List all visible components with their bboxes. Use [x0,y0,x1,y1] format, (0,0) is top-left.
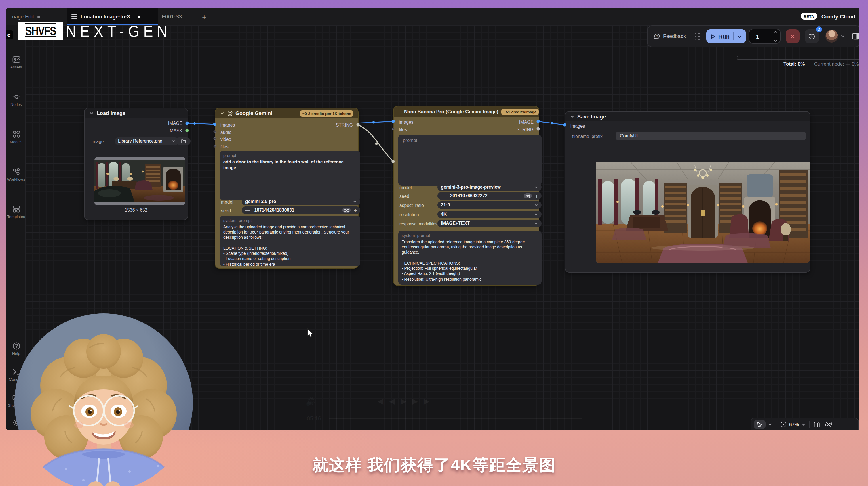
seed-decrement[interactable]: — [441,193,445,198]
model-select[interactable]: gemini-3-pro-image-preview [437,184,541,191]
filename-prefix-input[interactable]: ComfyUI [616,132,806,140]
screen: nage Edit Location Image-to-3... E001-S3… [0,0,868,486]
panorama-result-image[interactable] [596,162,810,263]
aspect-ratio-label: aspect_ratio [400,203,424,208]
seed-decrement[interactable]: — [245,207,250,213]
tool-options-chevron-icon[interactable] [768,422,772,427]
feedback-bubble-icon: ? [654,33,660,39]
cancel-run-button[interactable]: ✕ [786,29,799,43]
chevron-down-icon [534,203,538,207]
resolution-select[interactable]: 4K [437,210,541,218]
comfyui-logo[interactable]: c [6,31,13,39]
assets-icon [12,55,21,64]
tab-label: nage Edit [12,14,34,20]
feedback-button[interactable]: ? Feedback [654,33,686,39]
input-images-label: images [570,124,585,129]
input-files-label: files [399,127,407,132]
workflow-menu-icon[interactable] [71,14,77,19]
input-audio-label: audio [220,130,231,135]
prompt-textarea[interactable]: prompt add a door to the library in the … [220,151,360,200]
open-file-button[interactable] [176,137,190,145]
model-label: model [221,200,234,205]
seed-increment[interactable]: + [535,193,538,199]
history-button[interactable]: 2 [805,29,819,43]
count-steppers[interactable] [774,31,778,42]
system-prompt-textarea[interactable]: system_prompt Transform the uploaded ref… [398,231,541,285]
node-load-image[interactable]: Load Image IMAGE MASK image Library Refe… [84,107,188,220]
model-select[interactable]: gemini-2.5-pro [242,198,360,205]
account-chevron-icon[interactable] [841,34,845,38]
credits-badge: ~0-2 credits per 1K tokens [300,110,353,117]
history-clock-icon [808,32,816,40]
drag-handle-icon[interactable] [695,33,700,40]
panel-toggle-icon[interactable] [852,33,859,40]
sidebar-item-assets[interactable]: Assets [6,55,33,69]
workflows-icon [12,167,21,176]
seed-label: seed [400,194,409,199]
ghost-progress-bar [329,418,582,419]
seed-input[interactable]: — 1071442641830031 + [242,206,360,214]
cursor-tool-icon [757,421,763,428]
aspect-ratio-select[interactable]: 21:9 [437,201,541,209]
collapse-chevron-icon[interactable] [220,111,224,116]
chevron-down-icon [172,139,176,143]
fit-view-icon[interactable] [780,421,787,428]
sidebar-item-models[interactable]: Models [6,130,33,144]
tab-label: Location Image-to-3... [81,14,134,20]
minimap-icon[interactable] [813,421,820,428]
new-tab-button[interactable]: + [202,8,206,25]
seed-increment[interactable]: + [354,207,357,213]
chevron-down-icon [534,185,538,189]
node-nano-banana-pro[interactable]: Nano Banana Pro (Google Gemini Image) ~5… [393,106,539,286]
beta-badge: BETA [800,13,817,20]
credits-badge: ~51 credits/Image [501,108,539,115]
node-header[interactable]: Load Image [85,108,188,118]
node-header[interactable]: Save Image [565,111,810,121]
top-toolbar: ? Feedback Run 1 ✕ 2 [647,25,859,47]
collapse-chevron-icon[interactable] [89,111,94,115]
zoom-chevron-icon[interactable] [801,422,806,427]
user-avatar[interactable] [826,30,838,42]
node-save-image[interactable]: Save Image images filename_prefix ComfyU… [565,111,810,272]
chevron-down-icon [534,212,538,216]
system-prompt-textarea[interactable]: system_prompt Analyze the uploaded image… [220,216,360,266]
api-node-icon [227,111,232,116]
step-up-icon[interactable] [774,31,778,33]
collapse-chevron-icon[interactable] [570,114,575,119]
seed-randomize-button[interactable] [342,207,350,213]
panorama-library-image [596,162,810,263]
node-header[interactable]: Nano Banana Pro (Google Gemini Image) ~5… [394,106,539,117]
input-images-label: images [220,123,235,128]
image-file-select[interactable]: Library Reference.png [115,137,179,145]
step-down-icon[interactable] [774,39,778,42]
sidebar-item-workflows[interactable]: Workflows [6,167,33,181]
response-modalities-select[interactable]: IMAGE+TEXT [437,220,541,227]
seed-input[interactable]: — 201610766932272 + [437,192,541,200]
output-string-label: STRING [499,127,534,132]
select-tool-button[interactable] [754,420,766,429]
next-gen-logo: NEXT-GEN [66,22,172,41]
zoom-level[interactable]: 67% [789,422,799,427]
output-mask-label: MASK [148,128,183,133]
ghost-transport-icons: ◀◀▶▶▶ [378,397,435,406]
image-preview[interactable] [94,157,185,205]
subtitle-caption: 就这样 我们获得了4K等距全景图 [0,454,868,476]
node-header[interactable]: Google Gemini ~0-2 credits per 1K tokens [215,108,358,119]
folder-icon [181,139,186,143]
seed-randomize-button[interactable] [524,193,532,198]
sidebar-item-nodes[interactable]: Nodes [6,93,33,106]
output-image-label: IMAGE [499,120,534,125]
nodes-icon [12,93,21,101]
unlink-icon[interactable] [825,421,832,428]
progress-current-node: Current node: — 0% [814,61,859,67]
run-options-chevron-icon[interactable] [737,34,742,39]
model-label: model [400,185,412,190]
batch-count-input[interactable]: 1 [749,29,780,44]
run-button[interactable]: Run [706,29,746,43]
unsaved-dot-icon [137,15,141,18]
comfy-cloud-label[interactable]: Comfy Cloud [822,13,855,20]
node-google-gemini[interactable]: Google Gemini ~0-2 credits per 1K tokens… [215,107,359,268]
mouse-cursor [307,328,314,338]
sidebar-item-templates[interactable]: Templates [6,205,33,219]
prompt-textarea[interactable]: prompt [398,135,541,186]
